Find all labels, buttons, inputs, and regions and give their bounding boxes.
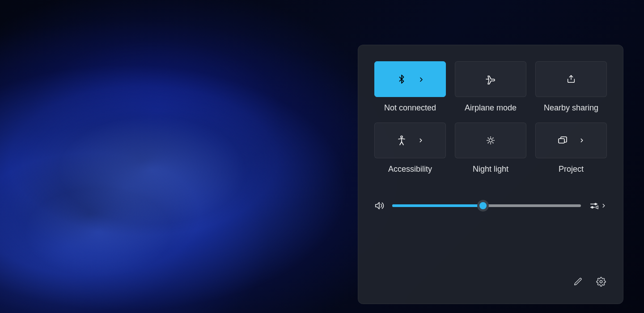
settings-button[interactable] xyxy=(596,277,607,288)
tile-bluetooth-wrap: Not connected xyxy=(374,61,446,113)
audio-output-button[interactable] xyxy=(589,201,607,211)
volume-slider-thumb[interactable] xyxy=(477,200,489,211)
chevron-right-icon xyxy=(418,76,424,82)
svg-point-7 xyxy=(592,207,593,208)
quick-settings-footer xyxy=(374,271,607,288)
nightlight-icon xyxy=(485,135,496,146)
tile-project-wrap: Project xyxy=(535,123,607,174)
edit-button[interactable] xyxy=(573,277,584,288)
tile-nightlight-label: Night light xyxy=(473,165,508,174)
tile-accessibility-label: Accessibility xyxy=(388,165,432,174)
share-icon xyxy=(566,74,576,85)
tile-bluetooth-label: Not connected xyxy=(384,103,436,113)
tile-project[interactable] xyxy=(535,123,607,158)
svg-marker-3 xyxy=(376,203,379,209)
tile-airplane-label: Airplane mode xyxy=(465,103,517,113)
chevron-right-icon xyxy=(579,137,585,144)
svg-rect-2 xyxy=(559,139,564,143)
tile-nightlight[interactable] xyxy=(455,123,526,158)
volume-slider[interactable] xyxy=(392,204,581,207)
speaker-icon[interactable] xyxy=(374,201,384,211)
quick-settings-panel: Not connected Airplane mode Nearby shari… xyxy=(358,45,623,304)
tile-bluetooth[interactable] xyxy=(374,61,446,97)
tile-accessibility[interactable] xyxy=(374,123,446,158)
chevron-right-icon xyxy=(418,137,424,144)
svg-marker-8 xyxy=(596,206,598,209)
tile-accessibility-wrap: Accessibility xyxy=(374,123,446,174)
tile-nightlight-wrap: Night light xyxy=(455,123,526,174)
svg-point-5 xyxy=(595,203,597,205)
tile-nearby[interactable] xyxy=(535,61,607,97)
airplane-icon xyxy=(485,74,496,85)
project-icon xyxy=(557,135,568,146)
tile-airplane-wrap: Airplane mode xyxy=(455,61,526,113)
tile-nearby-label: Nearby sharing xyxy=(544,103,598,113)
tile-project-label: Project xyxy=(559,165,584,174)
tile-nearby-wrap: Nearby sharing xyxy=(535,61,607,113)
svg-point-0 xyxy=(401,136,402,138)
bluetooth-icon xyxy=(396,74,407,85)
svg-point-1 xyxy=(489,139,492,142)
svg-point-9 xyxy=(600,280,602,283)
tile-airplane[interactable] xyxy=(455,61,526,97)
volume-row xyxy=(374,201,607,211)
accessibility-icon xyxy=(396,135,407,146)
quick-settings-tiles: Not connected Airplane mode Nearby shari… xyxy=(374,61,607,174)
volume-slider-fill xyxy=(392,204,483,207)
